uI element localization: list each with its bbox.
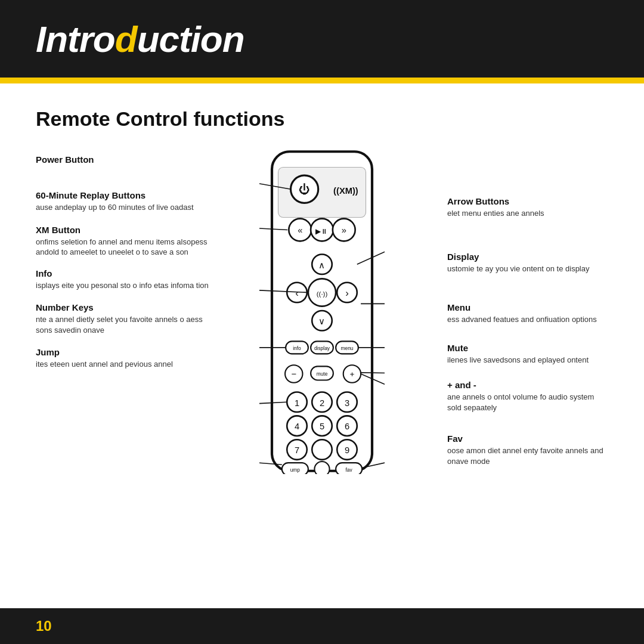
svg-text:1: 1: [295, 398, 299, 408]
label-mute-title: Mute: [447, 343, 608, 353]
label-fav-desc: oose amon diet annel enty favoite annels…: [447, 445, 608, 466]
svg-text:9: 9: [345, 445, 349, 455]
label-xm-button: XM Button onfims seletion fo annel and m…: [36, 225, 209, 258]
svg-text:›: ›: [345, 287, 349, 299]
label-replay-buttons: 60-Minute Replay Buttons ause andeplay u…: [36, 190, 209, 213]
label-xm-desc: onfims seletion fo annel and menu items …: [36, 237, 209, 258]
svg-text:+: +: [349, 370, 354, 379]
yellow-bar: [0, 78, 644, 83]
label-arrow-title: Arrow Buttons: [447, 196, 608, 206]
svg-text:3: 3: [345, 398, 349, 408]
header: Introduction: [0, 0, 644, 78]
label-number-title: Number Keys: [36, 302, 209, 312]
label-jump-desc: ites eteen uent annel and pevious annel: [36, 359, 209, 370]
label-info-desc: isplays eite you pesonal sto o info etas…: [36, 280, 209, 291]
main-content: Remote Control functions Power Button 60…: [0, 83, 644, 608]
svg-text:‹: ‹: [295, 287, 299, 299]
svg-text:((·)): ((·)): [317, 290, 328, 298]
label-display-title: Display: [447, 252, 608, 262]
label-replay-desc: ause andeplay up to 60 minutes of live o…: [36, 202, 209, 213]
label-menu: Menu ess advaned featues and onfiuation …: [447, 302, 608, 325]
label-xm-title: XM Button: [36, 225, 209, 235]
content-row: Power Button 60-Minute Replay Buttons au…: [36, 148, 608, 477]
page-number: 10: [36, 618, 52, 634]
svg-text:7: 7: [295, 445, 299, 455]
svg-text:menu: menu: [341, 345, 354, 351]
svg-text:2: 2: [320, 398, 324, 408]
label-power-title: Power Button: [36, 154, 209, 165]
title-highlight: d: [115, 18, 137, 60]
page-title: Introduction: [36, 18, 244, 60]
svg-text:fav: fav: [346, 467, 353, 473]
title-text2: uction: [137, 18, 244, 60]
label-mute: Mute ilenes live savedsons and eplayed o…: [447, 343, 608, 366]
svg-text:▶⏸: ▶⏸: [316, 228, 329, 235]
label-arrow-desc: elet menu enties ane annels: [447, 208, 608, 219]
label-info-title: Info: [36, 268, 209, 278]
svg-text:«: «: [298, 225, 302, 235]
svg-text:ump: ump: [290, 467, 301, 473]
section-title: Remote Control functions: [36, 107, 608, 131]
label-number-desc: nte a annel dietly selet you favoite ann…: [36, 314, 209, 335]
svg-text:−: −: [291, 369, 296, 379]
svg-text:∨: ∨: [319, 317, 326, 326]
label-fav: Fav oose amon diet annel enty favoite an…: [447, 434, 608, 466]
label-jump: Jump ites eteen uent annel and pevious a…: [36, 347, 209, 370]
svg-text:((XM)): ((XM)): [333, 186, 358, 196]
svg-text:mute: mute: [317, 371, 328, 377]
svg-point-52: [314, 462, 329, 474]
label-jump-title: Jump: [36, 347, 209, 357]
label-plus-minus-title: + and -: [447, 380, 608, 390]
svg-text:info: info: [293, 345, 301, 351]
svg-text:6: 6: [345, 422, 349, 431]
label-plus-minus: + and - ane annels o ontol volume fo aud…: [447, 380, 608, 413]
svg-text:5: 5: [320, 422, 324, 431]
footer: 10: [0, 608, 644, 644]
right-labels: Arrow Buttons elet menu enties ane annel…: [435, 148, 608, 477]
title-text: Intro: [36, 18, 115, 60]
remote-control: ⏻ ((XM)) « ▶⏸ » ∧ ‹ ((·)) ›: [209, 148, 435, 474]
remote-svg: ⏻ ((XM)) « ▶⏸ » ∧ ‹ ((·)) ›: [259, 148, 385, 474]
label-display-desc: ustomie te ay you vie ontent on te displ…: [447, 264, 608, 274]
label-plus-minus-desc: ane annels o ontol volume fo audio syste…: [447, 392, 608, 413]
label-display: Display ustomie te ay you vie ontent on …: [447, 252, 608, 274]
label-arrow-buttons: Arrow Buttons elet menu enties ane annel…: [447, 196, 608, 219]
label-power-button: Power Button: [36, 154, 209, 166]
label-menu-title: Menu: [447, 302, 608, 312]
label-menu-desc: ess advaned featues and onfiuation optio…: [447, 314, 608, 325]
label-mute-desc: ilenes live savedsons and eplayed ontent: [447, 355, 608, 366]
svg-point-47: [312, 439, 332, 460]
label-fav-title: Fav: [447, 434, 608, 444]
svg-text:»: »: [342, 225, 346, 235]
left-labels: Power Button 60-Minute Replay Buttons au…: [36, 148, 209, 380]
svg-text:⏻: ⏻: [299, 183, 310, 196]
svg-text:4: 4: [295, 422, 299, 431]
svg-text:∧: ∧: [319, 261, 326, 270]
label-info: Info isplays eite you pesonal sto o info…: [36, 268, 209, 291]
label-replay-title: 60-Minute Replay Buttons: [36, 190, 209, 200]
label-number-keys: Number Keys nte a annel dietly selet you…: [36, 302, 209, 335]
svg-text:display: display: [314, 345, 330, 351]
